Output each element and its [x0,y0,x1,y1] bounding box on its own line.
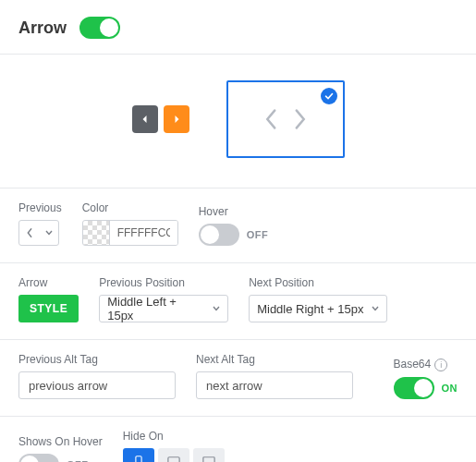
chevron-left-icon [264,109,279,129]
hover-toggle[interactable] [199,224,239,246]
shows-on-hover-toggle[interactable] [18,454,59,462]
base64-toggle[interactable] [394,377,434,399]
arrow-enabled-toggle[interactable] [79,17,120,39]
section-title: Arrow [18,18,67,38]
device-group [123,448,225,462]
device-mobile-button[interactable] [123,448,154,462]
chevron-left-icon [25,227,34,238]
caret-down-icon [213,306,220,311]
svg-rect-2 [168,457,179,462]
style-button[interactable]: STYLE [18,295,79,322]
next-alt-label: Next Alt Tag [196,353,353,366]
selected-badge [321,88,337,104]
base64-toggle-text: ON [442,383,458,394]
chevron-right-icon [292,109,307,129]
mobile-icon [131,456,146,462]
preview-frame[interactable] [226,80,345,158]
previous-arrow-picker[interactable] [18,220,59,246]
hover-label: Hover [199,205,269,218]
next-position-value: Middle Right + 15px [257,302,363,316]
prev-alt-label: Previous Alt Tag [18,353,176,366]
preview-prev-button[interactable] [132,105,158,133]
caret-left-icon [140,115,150,124]
preview-next-button[interactable] [164,105,189,133]
desktop-icon [201,456,216,462]
hide-on-label: Hide On [123,430,225,443]
base64-label: Base64i [394,358,458,371]
next-position-select[interactable]: Middle Right + 15px [249,295,387,322]
caret-down-icon [372,306,379,311]
transparency-grid-icon [83,221,109,245]
svg-rect-4 [203,457,214,462]
preview-area [0,55,476,188]
caret-right-icon [172,115,181,124]
color-swatch[interactable] [82,220,178,246]
device-desktop-button[interactable] [193,448,225,462]
hover-toggle-text: OFF [247,229,269,240]
caret-down-icon [45,230,53,236]
arrow-style-label: Arrow [18,276,79,289]
prev-position-select[interactable]: Middle Left + 15px [99,295,228,322]
svg-rect-0 [136,456,141,462]
prev-position-value: Middle Left + 15px [107,295,205,322]
check-icon [324,91,334,101]
color-input[interactable] [109,221,177,245]
shows-on-hover-label: Shows On Hover [18,435,103,448]
prev-position-label: Previous Position [99,276,228,289]
tablet-icon [166,456,181,462]
next-position-label: Next Position [249,276,387,289]
color-label: Color [82,201,178,214]
next-alt-input[interactable] [196,371,353,399]
previous-label: Previous [18,201,62,214]
info-icon[interactable]: i [434,359,447,371]
device-tablet-button[interactable] [158,448,189,462]
prev-alt-input[interactable] [18,371,176,399]
